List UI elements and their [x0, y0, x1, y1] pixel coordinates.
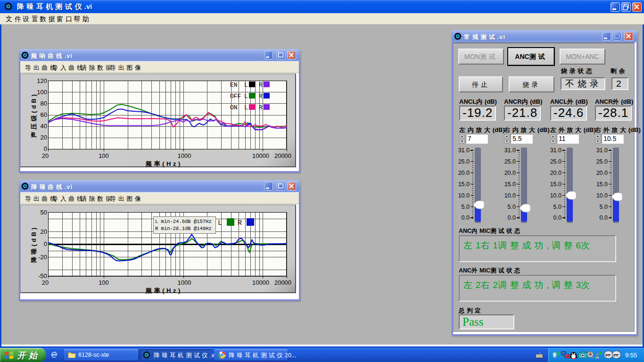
svg-text:-20: -20 [38, 254, 47, 261]
svg-text:L: L [244, 104, 248, 111]
svg-text:20000: 20000 [274, 279, 291, 286]
svg-text:声压级(dB): 声压级(dB) [30, 92, 37, 139]
svg-text:0: 0 [44, 240, 47, 247]
svg-text:EN: EN [230, 82, 238, 89]
svg-text:100: 100 [99, 152, 109, 159]
svg-text:L min-24.6dB @157Hz: L min-24.6dB @157Hz [155, 219, 212, 224]
svg-text:降噪(dB): 降噪(dB) [30, 226, 37, 263]
svg-text:-50: -50 [38, 272, 47, 280]
svg-text:80: 80 [41, 100, 47, 107]
svg-text:10000: 10000 [252, 279, 269, 286]
svg-text:20: 20 [41, 228, 47, 235]
svg-text:1000: 1000 [178, 279, 191, 286]
svg-text:100: 100 [99, 279, 109, 286]
svg-text:20: 20 [42, 152, 49, 159]
svg-text:120: 120 [37, 77, 47, 84]
svg-text:100: 100 [37, 89, 47, 96]
svg-text:R: R [259, 82, 263, 89]
svg-text:R: R [259, 104, 263, 111]
svg-text:OFF: OFF [230, 93, 241, 100]
svg-text:20: 20 [42, 279, 49, 286]
svg-text:频率(Hz): 频率(Hz) [145, 287, 182, 294]
svg-text:0: 0 [44, 145, 47, 152]
svg-text:60: 60 [41, 111, 47, 118]
svg-text:50: 50 [41, 209, 47, 216]
svg-text:ON: ON [230, 104, 238, 111]
svg-text:R min-28.1dB @149Hz: R min-28.1dB @149Hz [155, 226, 212, 231]
svg-text:L: L [218, 219, 222, 227]
svg-text:L: L [244, 82, 248, 89]
svg-text:10000: 10000 [252, 152, 269, 159]
svg-text:20: 20 [41, 134, 47, 141]
svg-text:R: R [259, 93, 263, 100]
svg-text:1000: 1000 [178, 152, 191, 159]
svg-text:L: L [244, 93, 248, 100]
svg-text:频率(Hz): 频率(Hz) [145, 160, 182, 167]
svg-text:R: R [238, 219, 242, 227]
svg-text:40: 40 [41, 123, 47, 130]
svg-text:20000: 20000 [274, 152, 291, 159]
